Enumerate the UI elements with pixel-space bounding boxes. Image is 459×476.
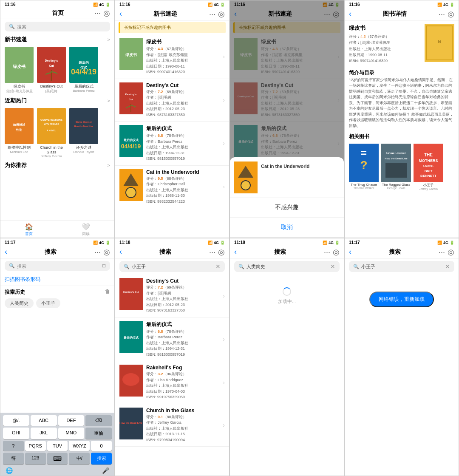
signal-2: 📶4G🔋 [208, 3, 225, 7]
key-reset[interactable]: 重输 [85, 428, 112, 439]
more-icon-5[interactable]: ··· [94, 248, 101, 256]
key-def[interactable]: DEF [58, 415, 85, 426]
result-ritual[interactable]: 最后的仪式 最后的仪式 评分：6.8（78条评论）作者：Barbara Pere… [115, 317, 229, 362]
more-icon-6[interactable]: ··· [209, 248, 215, 256]
clear-search-8[interactable]: ✕ [445, 263, 450, 270]
more-icon-8[interactable]: ··· [439, 248, 445, 256]
time-5: 11:17 [5, 240, 16, 245]
search-input-5[interactable] [17, 264, 100, 269]
book-item-green-2[interactable]: 绿皮书 绿皮书 评分：4.3（67条评论） 作者：[法]塞-埃克苏佩里 出版社：… [115, 35, 229, 79]
search-input-6[interactable] [132, 264, 213, 269]
book-card-orange[interactable]: 给橙桃以性别 给橙桃以性别 Michael Lee [5, 108, 34, 159]
tab-home[interactable]: 🏠 首页 [0, 223, 57, 237]
nav-bar-2: ‹ 新书速递 ··· ◎ [115, 8, 229, 20]
key-at[interactable]: @/. [3, 415, 29, 426]
related-book-1[interactable]: =? The Thug Chaser Thomas Walker [349, 144, 379, 190]
key-abc[interactable]: ABC [31, 415, 57, 426]
key-pqrs[interactable]: PQRS [25, 441, 46, 451]
target-icon-6[interactable]: ◎ [218, 248, 225, 256]
search-bar-home[interactable]: 🔍 [5, 22, 110, 31]
key-wxyz[interactable]: WXYZ [69, 441, 90, 451]
book-item-cat-2[interactable]: Cat in the Underworld 评分：9.5（68条评论） 作者：C… [115, 166, 229, 209]
history-tag-2[interactable]: 小王子 [36, 298, 60, 308]
foryou-more[interactable]: > [108, 163, 110, 168]
recent-title: 近期热门 [5, 97, 27, 105]
meta-destiny-2: 评分：7.2（69条评论） 作者：[英]毛姆 出版社：上海人民出版社 出版日期：… [146, 89, 219, 118]
key-q[interactable]: ? [3, 441, 24, 451]
loading-state: 加载中... [230, 275, 344, 317]
time-7: 11:18 [234, 240, 245, 245]
book-card-green[interactable]: 绿皮书 绿皮书 [法]塞-埃克苏佩里 [5, 47, 34, 94]
book-card-destiny[interactable]: Destiny'sCut Destiny's Cut [英]毛姆 [37, 47, 66, 94]
space-key[interactable] [41, 467, 74, 474]
result-fog[interactable]: Rakehell's Fog 评分：3.2（96条评论）作者：Lisa Rodr… [115, 361, 229, 404]
target-icon-5[interactable]: ◎ [103, 248, 110, 256]
book-item-ritual-2[interactable]: 最后的仪式04/4/19 最后的仪式 评分：6.8（78条评论） 作者：Barb… [115, 122, 229, 166]
related-book-3[interactable]: THEMOTHERSA NOVELBRITBENNETT 小王子 Jeffrey… [414, 144, 443, 190]
more-icon[interactable]: ··· [94, 9, 101, 17]
search-bar-6[interactable]: 🔍 ✕ [119, 261, 225, 272]
keyboard[interactable]: @/. ABC DEF ⌫ GHI JKL MNO 重输 ? PQRS TUV … [0, 413, 114, 476]
related-title-3: 小王子 [423, 183, 434, 187]
target-icon-2[interactable]: ◎ [218, 10, 225, 18]
svg-text:THE: THE [424, 153, 433, 157]
tab-read[interactable]: 🤍 阅读 [57, 223, 114, 237]
recent-more[interactable]: > [108, 98, 110, 103]
signal-4: 📶4G🔋 [437, 3, 454, 7]
new-books-title: 新书速递 [5, 36, 27, 43]
key-keyboard[interactable]: ⌨ [47, 453, 68, 465]
related-book-2[interactable]: Home HarmerHow the Dead Live The Ragged … [381, 144, 411, 190]
book-card-ritual[interactable]: 最后的仪式04/4/19 最后的仪式 Barbara Perez [69, 47, 98, 94]
result-church[interactable]: How the Dead Live Church in the Glass 评分… [115, 404, 229, 447]
overlay-cancel-btn[interactable]: 取消 [230, 218, 344, 238]
key-jkl[interactable]: JKL [31, 428, 57, 439]
more-icon-2[interactable]: ··· [209, 10, 215, 18]
new-books-more[interactable]: > [108, 37, 110, 42]
key-search[interactable]: 搜索 [91, 453, 112, 465]
mic-icon[interactable]: 🎤 [102, 467, 109, 474]
search-input-7[interactable] [246, 264, 328, 269]
search-bar-7[interactable]: 🔍 ✕ [234, 261, 340, 272]
search-input-home[interactable] [17, 24, 106, 29]
scan-label[interactable]: 扫描图书条形码 [5, 276, 40, 282]
book-card-conversation[interactable]: CONVERSATIONSWITH FRIENDSA NOVEL Church … [37, 108, 66, 159]
cover-destiny-2: Destiny'sCut [119, 82, 143, 114]
target-icon-7[interactable]: ◎ [333, 248, 340, 256]
retry-button[interactable]: 网络错误，重新加载 [369, 292, 434, 307]
delete-history-icon[interactable]: 🗑 [105, 289, 110, 296]
book-cover-orange: 给橙桃以性别 [5, 108, 34, 144]
book-item-destiny-2[interactable]: Destiny'sCut Destiny's Cut 评分：7.2（69条评论）… [115, 79, 229, 122]
globe-icon[interactable]: 🌐 [6, 467, 13, 474]
key-tuv[interactable]: TUV [47, 441, 68, 451]
svg-text:绿皮书: 绿皮书 [13, 64, 26, 69]
book-card-dark[interactable]: Steve HarmerHow the Dead Live 还乡之谜 Donal… [69, 108, 98, 159]
more-icon-4[interactable]: ··· [439, 10, 445, 18]
scan-icon-5[interactable]: ⊡ [102, 263, 106, 269]
signal-8: 📶4G🔋 [437, 241, 454, 245]
more-icon-7[interactable]: ··· [324, 248, 330, 256]
key-mno[interactable]: MNO [58, 428, 85, 439]
clear-search-7[interactable]: ✕ [330, 263, 335, 270]
overlay-disinterest-btn[interactable]: 不感兴趣 [230, 198, 344, 218]
key-lang[interactable]: 中/ [69, 453, 90, 465]
result-destiny[interactable]: Destiny's Cut Destiny's Cut 评分：7.2（69条评论… [115, 275, 229, 317]
history-tag-1[interactable]: 人类简史 [5, 298, 34, 308]
target-icon-8[interactable]: ◎ [448, 248, 454, 256]
key-sym[interactable]: 符 [3, 453, 24, 465]
search-bar-5[interactable]: 🔍 ⊡ [5, 261, 110, 271]
key-ghi[interactable]: GHI [3, 428, 29, 439]
nav-title-7: 搜索 [237, 248, 324, 256]
target-icon-4[interactable]: ◎ [448, 10, 454, 18]
book-title-dark: 还乡之谜 [76, 145, 91, 150]
key-backspace[interactable]: ⌫ [85, 415, 112, 426]
title-ritual-2: 最后的仪式 [146, 125, 219, 132]
target-icon[interactable]: ◎ [103, 9, 110, 17]
search-input-8[interactable] [361, 264, 443, 269]
result-cover-destiny: Destiny's Cut [119, 278, 143, 310]
phone-home: 11:16 📶4G🔋 首页 ··· ◎ 🔍 新书速递 > 绿皮书 绿皮书 [法]… [0, 0, 115, 238]
key-0[interactable]: 0 [91, 441, 112, 451]
svg-text:N: N [438, 40, 441, 44]
search-bar-8[interactable]: 🔍 ✕ [349, 261, 454, 272]
clear-search-6[interactable]: ✕ [215, 263, 221, 270]
key-123[interactable]: 123 [25, 453, 46, 465]
